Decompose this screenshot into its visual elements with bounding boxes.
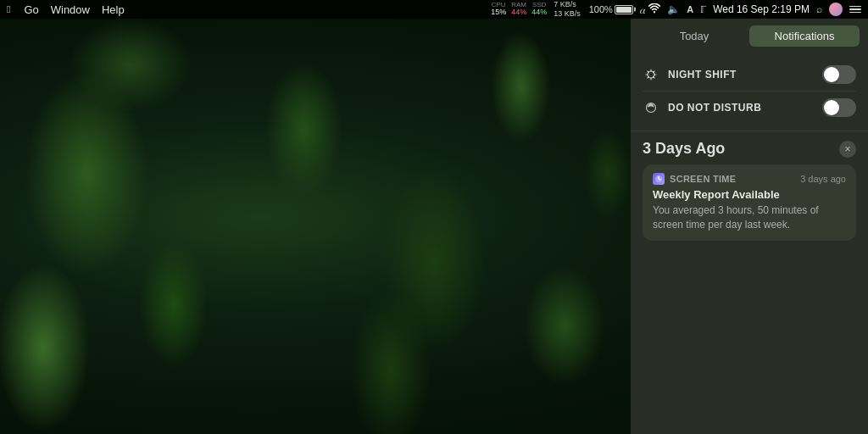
- cpu-value: 15%: [491, 8, 506, 17]
- net-download: 13 KB/s: [554, 9, 581, 19]
- notification-center-icon[interactable]: [849, 6, 861, 14]
- menu-window[interactable]: Window: [51, 3, 90, 16]
- notification-center-panel: Today Notifications NIGHT SHIFT: [631, 19, 868, 434]
- night-shift-icon: [643, 66, 659, 83]
- dnd-label: DO NOT DISTURB: [668, 102, 822, 114]
- night-shift-knob: [824, 67, 839, 82]
- system-stats: CPU 15% RAM 44% SSD 44%: [491, 2, 547, 18]
- menubar-right: CPU 15% RAM 44% SSD 44% 7 KB/s 13 KB/s 1…: [491, 0, 861, 19]
- dnd-toggle[interactable]: [822, 98, 856, 117]
- nc-clear-button[interactable]: ×: [839, 141, 856, 158]
- datetime-display: Wed 16 Sep 2:19 PM: [713, 3, 810, 15]
- cpu-stat: CPU 15%: [491, 2, 506, 18]
- network-stats: 7 KB/s 13 KB/s: [554, 0, 581, 19]
- ssd-value: 44%: [531, 8, 547, 17]
- menu-go[interactable]: Go: [24, 3, 38, 16]
- volume-icon[interactable]: 🔈: [667, 3, 680, 15]
- net-upload: 7 KB/s: [554, 0, 581, 9]
- notification-card[interactable]: SCREEN TIME 3 days ago Weekly Report Ava…: [643, 164, 856, 241]
- tab-today[interactable]: Today: [639, 25, 749, 47]
- dnd-knob: [824, 100, 839, 115]
- menu-help[interactable]: Help: [102, 3, 125, 16]
- nc-app-name: SCREEN TIME: [670, 174, 800, 184]
- menubar:  Go Window Help CPU 15% RAM 44% SSD 44%…: [0, 0, 868, 19]
- battery-indicator: 100%: [589, 4, 633, 14]
- spotlight-search-icon[interactable]: ⌕: [816, 3, 822, 15]
- nc-date-header: 3 Days Ago ×: [643, 140, 856, 158]
- nc-toggles-section: NIGHT SHIFT DO NOT DISTURB: [631, 52, 868, 131]
- nc-tabs: Today Notifications: [631, 19, 868, 52]
- battery-percent: 100%: [589, 4, 613, 14]
- ssd-stat: SSD 44%: [531, 2, 547, 18]
- battery-icon: [615, 5, 633, 14]
- night-shift-label: NIGHT SHIFT: [668, 69, 822, 81]
- apple-menu[interactable]: : [7, 3, 10, 15]
- nc-date-section: 3 Days Ago × SCREEN TIME 3 days ago Week…: [631, 140, 868, 241]
- nc-notif-title: Weekly Report Available: [653, 188, 846, 201]
- wifi-icon[interactable]: 𝛼: [640, 3, 660, 16]
- screen-time-app-icon: [653, 173, 665, 185]
- dnd-row: DO NOT DISTURB: [643, 92, 856, 124]
- nc-notif-header: SCREEN TIME 3 days ago: [653, 173, 846, 185]
- bluetooth-icon[interactable]: ℾ: [700, 4, 706, 15]
- nc-notif-body: You averaged 3 hours, 50 minutes of scre…: [653, 203, 846, 232]
- ram-value: 44%: [511, 8, 526, 17]
- ram-stat: RAM 44%: [511, 2, 526, 18]
- dnd-icon: [643, 99, 659, 116]
- user-avatar[interactable]: [829, 3, 843, 16]
- night-shift-row: NIGHT SHIFT: [643, 58, 856, 92]
- nc-date-label: 3 Days Ago: [643, 140, 725, 158]
- menubar-left:  Go Window Help: [7, 3, 125, 16]
- night-shift-toggle[interactable]: [822, 65, 856, 84]
- keyboard-icon[interactable]: A: [687, 4, 693, 14]
- nc-content: 3 Days Ago × SCREEN TIME 3 days ago Week…: [631, 131, 868, 434]
- nc-time: 3 days ago: [800, 174, 846, 184]
- tab-notifications[interactable]: Notifications: [749, 25, 860, 47]
- battery-fill: [616, 7, 632, 13]
